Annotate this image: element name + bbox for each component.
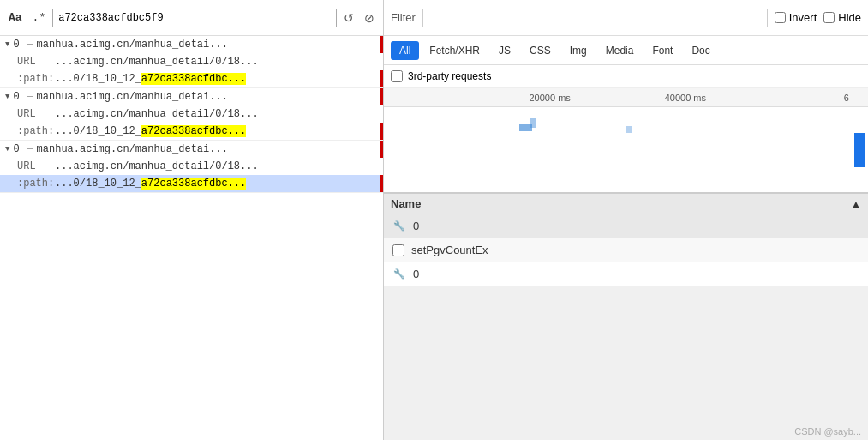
row-value: ...acimg.cn/manhua_detail/0/18...: [55, 108, 378, 120]
watermark: CSDN @sayb...: [794, 426, 861, 437]
filter-input[interactable]: [422, 9, 768, 27]
row-index: 0: [13, 39, 23, 51]
invert-checkbox-label[interactable]: Invert: [775, 11, 817, 24]
row-dash: —: [27, 91, 33, 103]
timeline-tick-40000: 40000 ms: [665, 93, 706, 103]
row-label-path: :path:: [17, 178, 55, 190]
tab-font[interactable]: Font: [644, 41, 681, 60]
row-url: manhua.acimg.cn/manhua_detai...: [37, 143, 378, 155]
search-input[interactable]: [52, 9, 337, 27]
timeline-tick-20000: 20000 ms: [530, 93, 571, 103]
filter-label: Filter: [391, 11, 416, 24]
hide-checkbox-label[interactable]: Hide: [823, 11, 861, 24]
row-label-path: :path:: [17, 73, 55, 85]
timeline-ruler: 20000 ms 40000 ms 6: [384, 88, 868, 107]
item-label: setPgvCountEx: [411, 244, 859, 256]
regex-button[interactable]: .*: [29, 9, 50, 26]
item-icon: 🔧: [392, 268, 406, 281]
name-list: 🔧 0 setPgvCountEx 🔧 0: [384, 214, 868, 286]
right-panel: Filter Invert Hide All Fetch/XHR JS CSS …: [384, 0, 868, 440]
network-sub-row-path[interactable]: :path: ...0/18_10_12_a72ca338acfdbc...: [0, 70, 383, 87]
search-bar: Aa .* ↺ ⊘: [0, 0, 383, 36]
highlight-text: a72ca338acfdbc...: [141, 178, 246, 190]
bottom-title: Name: [391, 197, 421, 210]
red-indicator: [380, 36, 383, 53]
network-sub-row[interactable]: URL ...acimg.cn/manhua_detail/0/18...: [0, 158, 383, 175]
filter-tabs: All Fetch/XHR JS CSS Img Media Font Doc: [384, 36, 868, 65]
row-label: URL: [17, 56, 55, 68]
invert-label: Invert: [789, 11, 817, 24]
row-value: ...acimg.cn/manhua_detail/0/18...: [55, 160, 378, 172]
row-index: 0: [13, 91, 23, 103]
expand-icon[interactable]: ▼: [5, 93, 9, 101]
filter-bar: Filter Invert Hide: [384, 0, 868, 36]
tab-fetch-xhr[interactable]: Fetch/XHR: [421, 41, 488, 60]
tab-doc[interactable]: Doc: [683, 41, 718, 60]
red-indicator: [380, 123, 383, 140]
network-list: ▼ 0 — manhua.acimg.cn/manhua_detai... UR…: [0, 36, 383, 440]
aa-button[interactable]: Aa: [5, 9, 26, 26]
network-main-row[interactable]: ▼ 0 — manhua.acimg.cn/manhua_detai...: [0, 88, 383, 105]
third-party-checkbox[interactable]: [391, 70, 403, 82]
invert-checkbox[interactable]: [775, 12, 786, 23]
expand-icon[interactable]: ▼: [5, 40, 9, 49]
network-sub-row[interactable]: URL ...acimg.cn/manhua_detail/0/18...: [0, 53, 383, 70]
item-icon: 🔧: [392, 220, 406, 233]
item-checkbox[interactable]: [392, 244, 404, 256]
third-party-row: 3rd-party requests: [384, 65, 868, 88]
red-indicator: [380, 70, 383, 87]
bottom-header: Name ▲: [384, 194, 868, 214]
red-indicator: [380, 141, 383, 158]
row-dash: —: [27, 39, 33, 51]
name-list-item[interactable]: 🔧 0: [384, 214, 868, 238]
row-url: manhua.acimg.cn/manhua_detai...: [37, 91, 378, 103]
left-panel: Aa .* ↺ ⊘ ▼ 0 — manhua.acimg.cn/manhua_d…: [0, 0, 384, 440]
row-value-path: ...0/18_10_12_a72ca338acfdbc...: [55, 73, 378, 85]
item-value: 0: [413, 220, 419, 232]
row-value-path: ...0/18_10_12_a72ca338acfdbc...: [55, 178, 378, 190]
expand-icon[interactable]: ▼: [5, 145, 9, 154]
bottom-panel: Name ▲ 🔧 0 setPgvCountEx 🔧 0 CSDN @sayb.…: [384, 194, 868, 440]
network-main-row[interactable]: ▼ 0 — manhua.acimg.cn/manhua_detai...: [0, 36, 383, 53]
row-label-path: :path:: [17, 125, 55, 137]
row-label: URL: [17, 160, 55, 172]
tab-all[interactable]: All: [391, 41, 419, 60]
name-list-item-setpgv[interactable]: setPgvCountEx: [384, 238, 868, 262]
row-dash: —: [27, 143, 33, 155]
tab-media[interactable]: Media: [597, 41, 643, 60]
timeline-content: [384, 107, 868, 193]
timeline-bar-2: [530, 118, 536, 128]
refresh-button[interactable]: ↺: [340, 9, 357, 27]
third-party-label: 3rd-party requests: [408, 70, 491, 82]
network-sub-row-path-selected[interactable]: :path: ...0/18_10_12_a72ca338acfdbc...: [0, 175, 383, 192]
red-indicator: [380, 88, 383, 105]
item-value: 0: [413, 268, 419, 280]
timeline-area: 20000 ms 40000 ms 6: [384, 88, 868, 194]
network-main-row[interactable]: ▼ 0 — manhua.acimg.cn/manhua_detai...: [0, 141, 383, 158]
row-label: URL: [17, 108, 55, 120]
row-value-path: ...0/18_10_12_a72ca338acfdbc...: [55, 125, 378, 137]
timeline-bar-main: [854, 133, 865, 167]
red-indicator: [380, 175, 383, 192]
network-group: ▼ 0 — manhua.acimg.cn/manhua_detai... UR…: [0, 141, 383, 193]
tab-css[interactable]: CSS: [521, 41, 560, 60]
highlight-text: a72ca338acfdbc...: [141, 125, 246, 137]
network-group: ▼ 0 — manhua.acimg.cn/manhua_detai... UR…: [0, 36, 383, 88]
network-group: ▼ 0 — manhua.acimg.cn/manhua_detai... UR…: [0, 88, 383, 141]
filter-checkboxes: Invert Hide: [775, 11, 861, 24]
hide-label: Hide: [838, 11, 861, 24]
highlight-text: a72ca338acfdbc...: [141, 73, 246, 85]
cancel-button[interactable]: ⊘: [361, 9, 378, 27]
timeline-bar-3: [626, 126, 632, 133]
network-sub-row-path[interactable]: :path: ...0/18_10_12_a72ca338acfdbc...: [0, 123, 383, 140]
hide-checkbox[interactable]: [823, 12, 835, 23]
network-sub-row[interactable]: URL ...acimg.cn/manhua_detail/0/18...: [0, 105, 383, 123]
tab-js[interactable]: JS: [490, 41, 519, 60]
timeline-tick-6: 6: [844, 93, 849, 103]
row-index: 0: [13, 143, 23, 155]
tab-img[interactable]: Img: [561, 41, 596, 60]
row-url: manhua.acimg.cn/manhua_detai...: [37, 39, 378, 51]
scroll-up-button[interactable]: ▲: [851, 198, 861, 210]
name-list-item-2[interactable]: 🔧 0: [384, 262, 868, 286]
row-value: ...acimg.cn/manhua_detail/0/18...: [55, 56, 378, 68]
